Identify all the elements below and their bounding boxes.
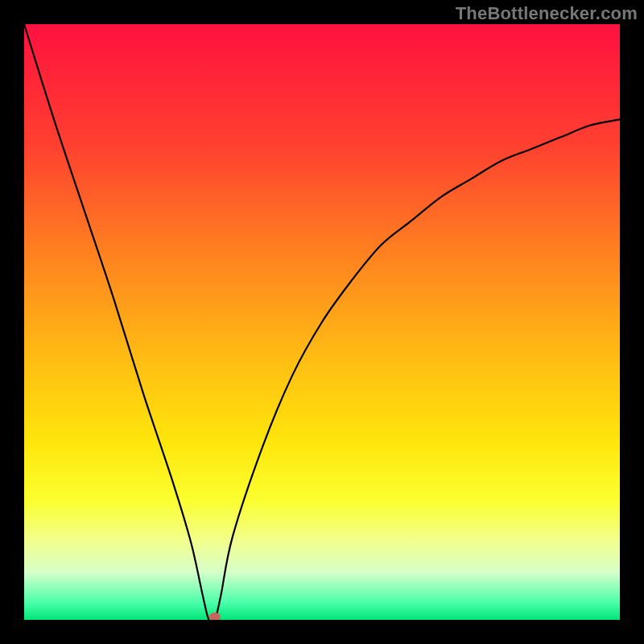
- plot-area: [24, 24, 620, 620]
- chart-frame: TheBottlenecker.com: [0, 0, 644, 644]
- bottleneck-chart-svg: [24, 24, 620, 620]
- attribution-label: TheBottlenecker.com: [456, 3, 638, 24]
